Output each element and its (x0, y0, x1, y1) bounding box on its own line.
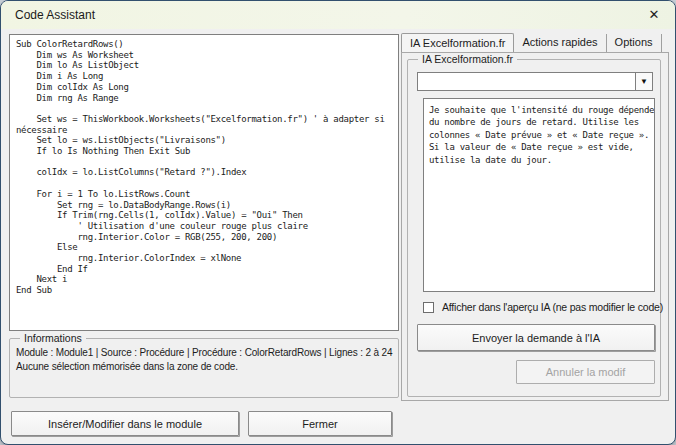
ia-group: IA Excelformation.fr ▼ Je souhaite que l… (407, 59, 661, 397)
tab-ia-excelformation[interactable]: IA Excelformation.fr (401, 33, 514, 52)
code-editor[interactable]: Sub ColorRetardRows() Dim ws As Workshee… (9, 34, 399, 331)
ia-group-label: IA Excelformation.fr (418, 53, 517, 65)
insert-modify-button[interactable]: Insérer/Modifier dans le module (11, 411, 239, 436)
informations-group-label: Informations (20, 332, 86, 344)
checkbox-icon[interactable] (423, 302, 434, 313)
prompt-combobox[interactable]: ▼ (417, 72, 653, 91)
prompt-textarea[interactable]: Je souhaite que l'intensité du rouge dép… (423, 98, 655, 292)
tab-options[interactable]: Options (607, 34, 662, 52)
fermer-button[interactable]: Fermer (248, 411, 392, 436)
chevron-down-icon[interactable]: ▼ (635, 73, 652, 90)
info-selection-line: Aucune sélection mémorisée dans la zone … (16, 361, 396, 372)
window-title: Code Assistant (15, 8, 95, 22)
tab-actions-rapides[interactable]: Actions rapides (514, 34, 606, 52)
informations-group: Informations Module : Module1 | Source :… (9, 338, 399, 398)
titlebar: Code Assistant ✕ (1, 1, 675, 29)
code-assistant-dialog: Code Assistant ✕ Sub ColorRetardRows() D… (0, 0, 676, 445)
tabstrip: IA Excelformation.frActions rapidesOptio… (401, 34, 675, 53)
send-request-button[interactable]: Envoyer la demande à l'IA (417, 324, 655, 351)
apercu-checkbox-label: Afficher dans l'aperçu IA (ne pas modifi… (442, 301, 663, 313)
info-module-line: Module : Module1 | Source : Procédure | … (16, 347, 396, 358)
cancel-modif-button: Annuler la modif (516, 360, 655, 384)
close-icon[interactable]: ✕ (644, 5, 664, 25)
